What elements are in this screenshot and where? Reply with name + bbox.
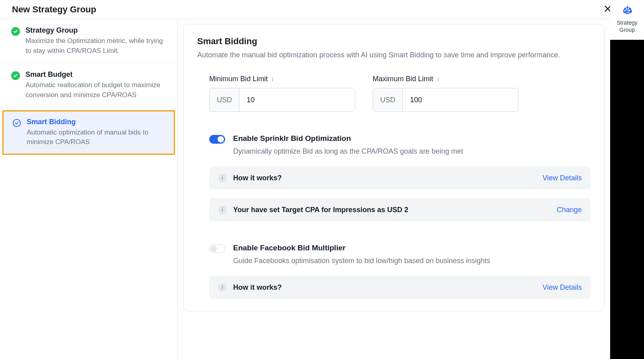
- how-it-works-label: How it works?: [233, 174, 282, 182]
- max-bid-label: Maximum Bid Limit: [373, 75, 433, 83]
- target-cpa-text: Your have set Target CPA for Impressions…: [233, 206, 408, 214]
- min-bid-input[interactable]: [240, 88, 355, 111]
- target-cpa-bar: i Your have set Target CPA for Impressio…: [209, 198, 591, 221]
- how-it-works-label: How it works?: [233, 283, 282, 292]
- sidebar-item-desc: Automatic reallocation of budget to maxi…: [26, 80, 166, 100]
- facebook-toggle-desc: Guide Facebooks optimisation system to b…: [233, 256, 591, 266]
- right-rail-label: Strategy Group: [610, 19, 644, 33]
- max-bid-input[interactable]: [403, 88, 518, 111]
- sidebar-item-smart-bidding[interactable]: Smart Bidding Automatic optimization of …: [2, 110, 175, 155]
- how-it-works-bar-fb: i How it works? View Details: [209, 276, 591, 299]
- facebook-toggle-title: Enable Facebook Bid Multiplier: [233, 244, 591, 252]
- info-icon: i: [218, 174, 227, 182]
- currency-prefix: USD: [373, 88, 403, 111]
- right-rail-dark-area: [610, 40, 644, 359]
- sidebar-item-desc: Automatic optimization of manual bids to…: [27, 128, 165, 147]
- sprinklr-toggle-title: Enable Sprinklr Bid Optimization: [233, 134, 591, 143]
- scale-icon: [622, 5, 633, 18]
- info-icon: i: [218, 283, 227, 292]
- sidebar-item-title: Smart Bidding: [27, 118, 165, 126]
- min-bid-field: Minimum Bid Limit i USD: [209, 75, 355, 112]
- facebook-toggle[interactable]: [209, 244, 225, 253]
- info-icon[interactable]: i: [272, 76, 273, 83]
- header: New Strategy Group: [0, 0, 644, 19]
- card-desc: Automate the manual bid optimization pro…: [197, 50, 591, 60]
- smart-bidding-card: Smart Bidding Automate the manual bid op…: [183, 24, 605, 311]
- card-title: Smart Bidding: [197, 36, 591, 47]
- sidebar-item-strategy-group[interactable]: Strategy Group Maximize the Optimization…: [0, 19, 177, 63]
- currency-prefix: USD: [210, 88, 240, 111]
- how-it-works-bar: i How it works? View Details: [209, 166, 591, 189]
- check-circle-icon: [11, 71, 20, 80]
- sidebar-item-desc: Maximize the Optimization metric, while …: [26, 36, 166, 56]
- min-bid-label: Minimum Bid Limit: [209, 75, 268, 83]
- change-link[interactable]: Change: [557, 206, 582, 214]
- svg-point-2: [13, 119, 20, 126]
- info-icon: i: [218, 205, 227, 214]
- sidebar-item-title: Smart Budget: [26, 70, 166, 79]
- check-circle-outline-icon: [12, 119, 21, 127]
- page-title: New Strategy Group: [12, 4, 96, 15]
- main-content: Smart Bidding Automate the manual bid op…: [178, 19, 610, 359]
- sidebar-item-title: Strategy Group: [26, 26, 166, 35]
- sprinklr-toggle[interactable]: [209, 135, 225, 144]
- check-circle-icon: [11, 27, 20, 36]
- view-details-link[interactable]: View Details: [542, 174, 582, 182]
- info-icon[interactable]: i: [437, 76, 439, 83]
- sprinklr-toggle-desc: Dynamically optimize Bid as long as the …: [233, 146, 591, 157]
- right-rail-item-strategy-group[interactable]: Strategy Group: [610, 0, 644, 40]
- sidebar: Strategy Group Maximize the Optimization…: [0, 19, 178, 359]
- right-rail: Strategy Group: [610, 0, 644, 359]
- sidebar-item-smart-budget[interactable]: Smart Budget Automatic reallocation of b…: [0, 63, 177, 107]
- max-bid-field: Maximum Bid Limit i USD: [373, 75, 518, 112]
- view-details-link[interactable]: View Details: [542, 283, 582, 292]
